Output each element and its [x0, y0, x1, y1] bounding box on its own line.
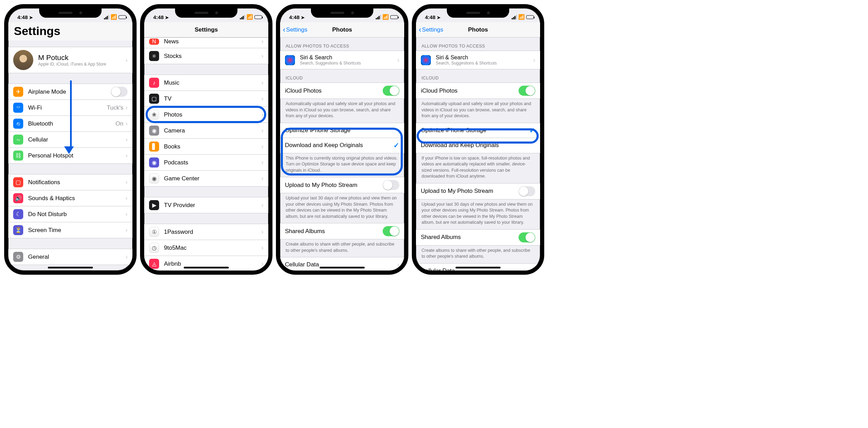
app-icon: ▋ [149, 142, 159, 152]
status-time: 4:48 [153, 14, 164, 20]
battery-icon [119, 15, 126, 19]
home-indicator [320, 267, 365, 268]
setting-cell-podcasts[interactable]: ◉Podcasts› [144, 155, 268, 171]
setting-cell-9to5mac[interactable]: ◷9to5Mac› [144, 240, 268, 256]
app-icon: ♪ [149, 78, 159, 88]
setting-cell-general[interactable]: ⚙General› [8, 249, 132, 265]
signal-icon [240, 15, 245, 19]
signal-icon [512, 15, 517, 19]
status-time: 4:48 [17, 14, 28, 20]
chevron-right-icon: › [261, 202, 263, 209]
siri-search-cell[interactable]: Siri & Search Search, Suggestions & Shor… [280, 51, 404, 69]
icloud-photos-label: iCloud Photos [285, 87, 383, 94]
setting-cell-camera[interactable]: ◉Camera› [144, 123, 268, 139]
setting-cell-stocks[interactable]: ≡Stocks› [144, 48, 268, 64]
back-button[interactable]: ‹Settings [419, 26, 443, 34]
chevron-right-icon: › [261, 228, 263, 236]
siri-search-cell[interactable]: Siri & Search Search, Suggestions & Shor… [416, 51, 540, 69]
chevron-right-icon: › [261, 111, 263, 118]
notch [311, 8, 373, 18]
cell-label: Music [164, 79, 261, 86]
setting-cell-tv[interactable]: ▢TV› [144, 91, 268, 107]
icloud-photos-switch[interactable] [383, 86, 399, 96]
shared-label: Shared Albums [421, 234, 519, 241]
setting-cell-game-center[interactable]: ◉Game Center› [144, 171, 268, 187]
chevron-right-icon: › [397, 261, 399, 268]
photo-stream-cell[interactable]: Upload to My Photo Stream [416, 183, 540, 199]
photo-stream-switch[interactable] [519, 186, 535, 196]
download-label: Download and Keep Originals [421, 142, 535, 149]
nav-title: Photos [468, 26, 488, 33]
app-icon: ⌔ [13, 103, 23, 113]
optimize-storage-cell[interactable]: Optimize iPhone Storage [280, 123, 404, 138]
cell-label: Books [164, 143, 261, 150]
shared-label: Shared Albums [285, 228, 383, 235]
status-time: 4:48 [289, 14, 300, 20]
download-originals-cell[interactable]: Download and Keep Originals ✓ [280, 138, 404, 153]
cell-label: Camera [164, 127, 261, 134]
setting-cell-books[interactable]: ▋Books› [144, 139, 268, 155]
photo-stream-switch[interactable] [383, 180, 399, 190]
setting-cell-news[interactable]: NNews› [144, 37, 268, 48]
chevron-right-icon: › [125, 152, 128, 159]
shared-albums-switch[interactable] [383, 226, 399, 236]
app-icon: ⏳ [13, 225, 23, 235]
chevron-right-icon: › [533, 57, 535, 64]
chevron-right-icon: › [533, 267, 535, 271]
app-icon: ▶ [149, 200, 159, 210]
cell-label: General [28, 254, 125, 260]
cell-label: 9to5Mac [164, 245, 261, 251]
setting-cell-screen-time[interactable]: ⏳Screen Time› [8, 222, 132, 238]
app-icon: ◉ [149, 157, 159, 168]
section-header-icloud: ICLOUD [280, 69, 404, 83]
setting-cell-1password[interactable]: ①1Password› [144, 224, 268, 240]
app-icon: ◷ [149, 243, 159, 253]
chevron-right-icon: › [397, 57, 399, 64]
app-icon: ☾ [13, 209, 23, 219]
shared-albums-cell[interactable]: Shared Albums [280, 223, 404, 239]
siri-icon [285, 55, 295, 65]
siri-sub: Search, Suggestions & Shortcuts [436, 61, 533, 66]
cell-label: Wi-Fi [28, 104, 107, 111]
chevron-right-icon: › [261, 244, 263, 251]
nav-bar: ‹Settings Photos [280, 22, 404, 37]
setting-cell-sounds-haptics[interactable]: 🔊Sounds & Haptics› [8, 190, 132, 206]
setting-cell-music[interactable]: ♪Music› [144, 75, 268, 91]
signal-icon [104, 15, 109, 19]
setting-cell-do-not-disturb[interactable]: ☾Do Not Disturb› [8, 206, 132, 222]
icloud-photos-cell[interactable]: iCloud Photos [280, 83, 404, 99]
optimize-storage-cell[interactable]: Optimize iPhone Storage ✓ [416, 123, 540, 138]
siri-label: Siri & Search [300, 54, 397, 61]
section-header-allow: ALLOW PHOTOS TO ACCESS [280, 37, 404, 51]
chevron-right-icon: › [261, 260, 263, 267]
icloud-footer: Automatically upload and safely store al… [416, 99, 540, 123]
shared-albums-switch[interactable] [519, 232, 535, 242]
checkmark-icon: ✓ [529, 126, 535, 135]
app-icon: ✈ [13, 87, 23, 97]
app-icon: ❀ [149, 110, 159, 120]
back-label: Settings [422, 26, 443, 33]
app-icon: N [149, 38, 159, 45]
setting-cell-tv-provider[interactable]: ▶TV Provider› [144, 197, 268, 213]
wifi-icon: 📶 [246, 14, 253, 20]
siri-icon [421, 55, 431, 65]
back-button[interactable]: ‹Settings [283, 26, 307, 34]
icloud-photos-switch[interactable] [519, 86, 535, 96]
chevron-right-icon: › [125, 195, 128, 202]
toggle-switch[interactable] [111, 87, 128, 97]
cellular-data-cell[interactable]: Cellular Data › [280, 257, 404, 271]
cell-label: Photos [164, 111, 261, 118]
photo-stream-cell[interactable]: Upload to My Photo Stream [280, 177, 404, 193]
wifi-icon: 📶 [111, 14, 117, 20]
setting-cell-notifications[interactable]: ▢Notifications› [8, 174, 132, 190]
setting-cell-photos[interactable]: ❀Photos› [144, 107, 268, 123]
chevron-right-icon: › [125, 211, 128, 218]
shared-albums-cell[interactable]: Shared Albums [416, 229, 540, 246]
profile-cell[interactable]: M Potuck Apple ID, iCloud, iTunes & App … [8, 47, 132, 73]
annotation-arrow-down [68, 80, 74, 154]
cell-detail: Tuck's [107, 104, 123, 111]
icloud-photos-cell[interactable]: iCloud Photos [416, 83, 540, 99]
chevron-right-icon: › [261, 175, 263, 182]
location-icon: ➤ [29, 15, 33, 20]
download-originals-cell[interactable]: Download and Keep Originals [416, 138, 540, 153]
